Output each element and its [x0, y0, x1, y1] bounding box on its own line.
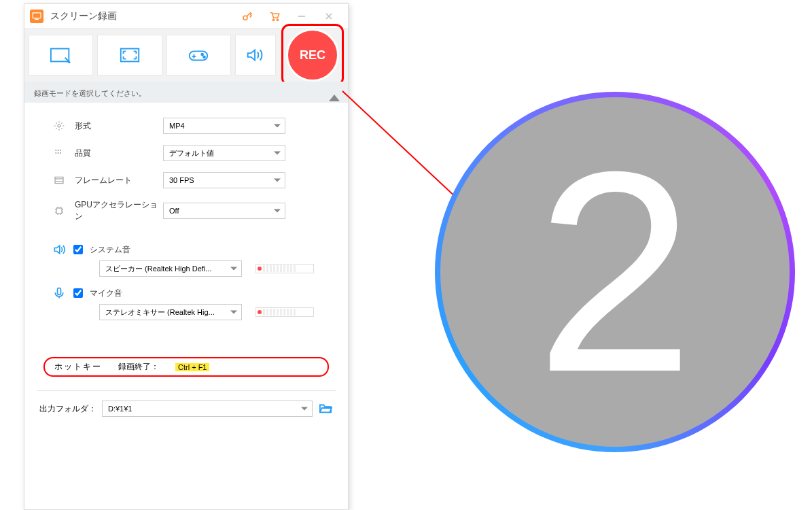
- countdown-circle: 2: [435, 92, 795, 452]
- svg-point-13: [58, 124, 60, 127]
- key-icon[interactable]: [234, 4, 261, 29]
- system-audio-device-select[interactable]: スピーカー (Realtek High Defi...: [99, 260, 242, 277]
- gpu-select[interactable]: Off: [163, 203, 285, 219]
- system-audio-level: [255, 264, 314, 273]
- fps-select[interactable]: 30 FPS: [163, 172, 285, 188]
- svg-point-12: [203, 56, 205, 58]
- countdown-number: 2: [535, 129, 694, 415]
- hotkey-row: ホットキー 録画終了： Ctrl + F1: [43, 357, 329, 377]
- film-icon: [52, 175, 67, 186]
- format-select[interactable]: MP4: [163, 118, 285, 134]
- svg-rect-24: [58, 288, 61, 295]
- svg-point-14: [55, 150, 56, 151]
- folder-open-icon[interactable]: [318, 402, 333, 416]
- mic-audio-checkbox[interactable]: [73, 288, 83, 298]
- app-logo-icon: [30, 10, 43, 23]
- mode-bar: REC: [24, 29, 348, 82]
- hotkey-stop-key: Ctrl + F1: [175, 363, 209, 371]
- mode-region-button[interactable]: [29, 35, 93, 75]
- svg-point-4: [277, 19, 278, 20]
- svg-rect-1: [35, 18, 38, 20]
- gpu-label: GPUアクセラレーション: [75, 199, 163, 222]
- mode-fullscreen-button[interactable]: [97, 35, 162, 75]
- rec-button[interactable]: REC: [286, 29, 339, 82]
- mic-audio-device-select[interactable]: ステレオミキサー (Realtek Hig...: [99, 304, 242, 320]
- speaker-icon: [52, 243, 67, 256]
- mode-audio-button[interactable]: [235, 35, 276, 75]
- rec-button-wrap: REC: [281, 24, 344, 86]
- quality-icon: [52, 148, 67, 158]
- svg-point-18: [58, 152, 59, 154]
- hotkey-label: ホットキー: [54, 361, 102, 373]
- quality-select[interactable]: デフォルト値: [163, 145, 285, 161]
- collapse-toggle[interactable]: [329, 95, 340, 101]
- fps-label: フレームレート: [75, 175, 163, 186]
- svg-point-19: [60, 152, 61, 154]
- mic-icon: [52, 286, 67, 300]
- output-label: 出力フォルダ：: [39, 403, 96, 415]
- audio-settings: システム音 スピーカー (Realtek High Defi... マイク音 ス…: [24, 239, 348, 337]
- mode-game-button[interactable]: [166, 35, 231, 75]
- video-settings: 形式 MP4 品質 デフォルト値 フレームレート 30 FPS GPUアクセラレ…: [24, 103, 348, 239]
- mic-audio-label: マイク音: [90, 288, 122, 299]
- system-audio-checkbox[interactable]: [73, 245, 83, 254]
- chip-icon: [52, 205, 67, 216]
- svg-point-11: [202, 54, 204, 56]
- svg-rect-23: [56, 208, 62, 214]
- hint-text: 録画モードを選択してください。: [34, 89, 146, 97]
- svg-rect-20: [55, 177, 63, 183]
- svg-rect-0: [33, 12, 41, 18]
- window-title: スクリーン録画: [50, 10, 117, 22]
- hint-row: 録画モードを選択してください。: [24, 82, 348, 103]
- svg-point-17: [55, 152, 56, 154]
- svg-point-3: [272, 19, 274, 20]
- output-row: 出力フォルダ： D:¥1¥1: [24, 391, 348, 426]
- system-audio-label: システム音: [90, 244, 130, 256]
- hotkey-stop-label: 録画終了：: [118, 361, 159, 373]
- quality-label: 品質: [75, 148, 163, 159]
- output-path-select[interactable]: D:¥1¥1: [102, 401, 313, 417]
- svg-point-16: [60, 150, 61, 151]
- mic-audio-level: [255, 307, 314, 317]
- gear-icon: [52, 120, 67, 131]
- svg-point-2: [243, 16, 247, 20]
- format-label: 形式: [75, 120, 163, 132]
- app-window: スクリーン録画 REC 録画モードを: [24, 3, 349, 510]
- svg-point-15: [58, 150, 59, 151]
